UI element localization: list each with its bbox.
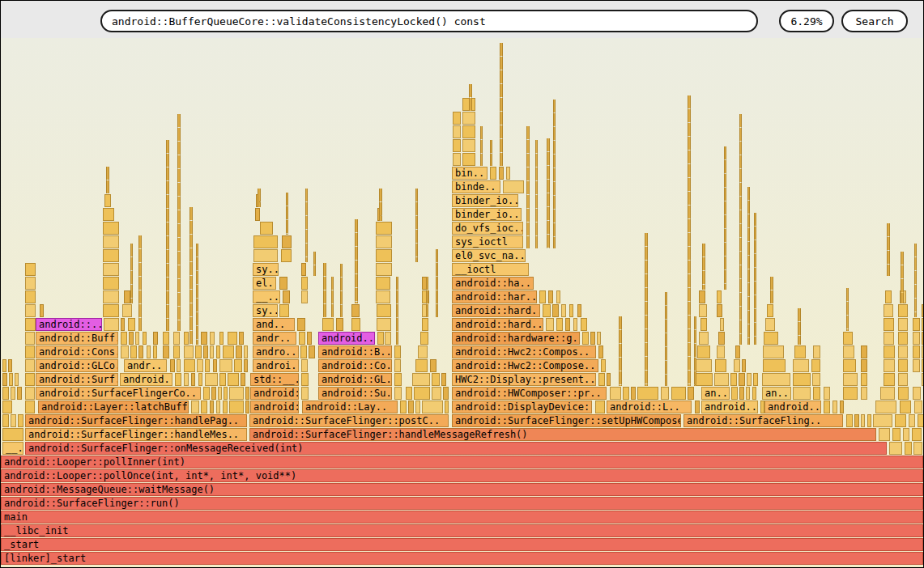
stack-frame-small[interactable]	[121, 332, 127, 345]
stack-frame-small[interactable]	[408, 401, 414, 413]
stack-frame-small[interactable]	[175, 373, 181, 386]
stack-frame-small[interactable]	[224, 387, 228, 400]
stack-frame-small[interactable]	[832, 401, 837, 413]
stack-frame-small[interactable]	[607, 373, 611, 386]
stack-frame-small[interactable]	[601, 359, 606, 372]
stack-frame-small[interactable]	[260, 222, 273, 235]
stack-frame-spike[interactable]	[106, 167, 109, 193]
stack-frame-small[interactable]	[282, 235, 292, 248]
stack-frame-small[interactable]	[752, 387, 756, 400]
stack-frame-small[interactable]	[762, 373, 790, 386]
stack-frame-small[interactable]	[793, 359, 809, 372]
stack-frame-small[interactable]	[147, 345, 151, 358]
stack-frame-spike[interactable]	[739, 114, 742, 345]
stack-frame-small[interactable]	[299, 332, 305, 345]
stack-frame-small[interactable]	[503, 180, 524, 193]
stack-frame-small[interactable]	[203, 345, 208, 358]
stack-frame-spike[interactable]	[189, 207, 193, 345]
stack-frame[interactable]: bin..	[452, 167, 488, 180]
stack-frame-small[interactable]	[905, 442, 912, 455]
stack-frame[interactable]: android::SurfaceFlinger::handlePag..	[25, 414, 247, 427]
stack-frame[interactable]: __libc_init	[1, 524, 923, 537]
stack-frame-spike[interactable]	[436, 249, 438, 317]
stack-frame-small[interactable]	[420, 332, 428, 345]
stack-frame-small[interactable]	[763, 359, 786, 372]
stack-frame-small[interactable]	[569, 304, 573, 317]
stack-frame-small[interactable]	[191, 401, 199, 413]
stack-frame-small[interactable]	[236, 345, 242, 358]
stack-frame-small[interactable]	[103, 263, 119, 276]
stack-frame-small[interactable]	[228, 332, 237, 345]
stack-frame[interactable]: android:..	[250, 401, 299, 413]
stack-frame-small[interactable]	[843, 387, 858, 400]
stack-frame[interactable]: android..	[120, 373, 172, 386]
stack-frame-small[interactable]	[376, 249, 392, 262]
stack-frame-small[interactable]	[432, 387, 441, 400]
stack-frame-small[interactable]	[739, 387, 744, 400]
stack-frame-spike[interactable]	[619, 316, 622, 386]
stack-frame-small[interactable]	[121, 345, 129, 358]
stack-frame-small[interactable]	[173, 332, 180, 345]
stack-frame-spike[interactable]	[313, 252, 316, 276]
stack-frame[interactable]: an..	[762, 387, 791, 400]
stack-frame-small[interactable]	[394, 387, 402, 400]
stack-frame[interactable]: binder_io..	[452, 208, 522, 221]
stack-frame-small[interactable]	[556, 290, 560, 303]
stack-frame-small[interactable]	[219, 373, 226, 386]
stack-frame-small[interactable]	[462, 125, 475, 138]
stack-frame-small[interactable]	[195, 345, 202, 358]
stack-frame-small[interactable]	[753, 373, 758, 386]
stack-frame[interactable]: android::Su..	[318, 387, 392, 400]
stack-frame[interactable]: sy..	[253, 263, 279, 276]
stack-frame-small[interactable]	[245, 387, 249, 400]
stack-frame[interactable]: android::GLCo..	[36, 359, 118, 372]
stack-frame-small[interactable]	[25, 373, 35, 386]
stack-frame-small[interactable]	[279, 304, 289, 317]
stack-frame-small[interactable]	[376, 290, 390, 303]
stack-frame-small[interactable]	[913, 318, 920, 331]
stack-frame[interactable]: [linker]_start	[1, 552, 923, 565]
stack-frame-small[interactable]	[25, 401, 35, 413]
stack-frame-small[interactable]	[637, 387, 658, 400]
stack-frame-spike[interactable]	[887, 223, 890, 276]
stack-frame-spike[interactable]	[166, 140, 169, 331]
stack-frame-small[interactable]	[300, 345, 307, 358]
stack-frame-small[interactable]	[688, 387, 694, 400]
stack-frame[interactable]: android::SurfaceFlinger::setUpHWCompose.…	[452, 414, 681, 427]
stack-frame-small[interactable]	[453, 153, 461, 166]
stack-frame-small[interactable]	[103, 222, 119, 235]
stack-frame-small[interactable]	[301, 277, 308, 290]
stack-frame-small[interactable]	[695, 373, 713, 386]
stack-frame[interactable]: main	[1, 511, 923, 523]
stack-frame[interactable]: android::Hwc2::Compose..	[452, 359, 598, 372]
stack-frame[interactable]: android..	[318, 332, 375, 345]
stack-frame-small[interactable]	[462, 112, 475, 125]
stack-frame[interactable]: _start	[1, 538, 923, 551]
stack-frame-small[interactable]	[552, 304, 559, 317]
stack-frame[interactable]: __..	[253, 290, 280, 303]
stack-frame[interactable]: android..	[701, 401, 758, 413]
stack-frame[interactable]: android::Buff..	[36, 332, 118, 345]
stack-frame[interactable]: androi..	[253, 359, 299, 372]
stack-frame[interactable]: sy..	[253, 304, 278, 317]
stack-frame-small[interactable]	[129, 332, 134, 345]
stack-frame-small[interactable]	[25, 263, 36, 276]
stack-frame-small[interactable]	[203, 387, 210, 400]
stack-frame-small[interactable]	[351, 318, 360, 331]
stack-frame-spike[interactable]	[396, 277, 398, 345]
stack-frame[interactable]: andr..	[253, 332, 296, 345]
stack-frame-small[interactable]	[2, 401, 12, 413]
stack-frame[interactable]: android::..	[36, 318, 102, 331]
stack-frame-small[interactable]	[11, 387, 15, 400]
stack-frame-small[interactable]	[506, 167, 510, 180]
stack-frame-small[interactable]	[763, 345, 784, 358]
stack-frame-spike[interactable]	[490, 140, 492, 166]
stack-frame-small[interactable]	[543, 304, 551, 317]
stack-frame-small[interactable]	[414, 387, 430, 400]
stack-frame-small[interactable]	[377, 332, 384, 345]
stack-frame[interactable]: android::SurfaceFlinger::handleMessageRe…	[249, 428, 876, 441]
stack-frame-small[interactable]	[2, 414, 9, 427]
stack-frame-spike[interactable]	[553, 100, 556, 248]
stack-frame-spike[interactable]	[130, 244, 133, 303]
stack-frame-small[interactable]	[913, 442, 922, 455]
